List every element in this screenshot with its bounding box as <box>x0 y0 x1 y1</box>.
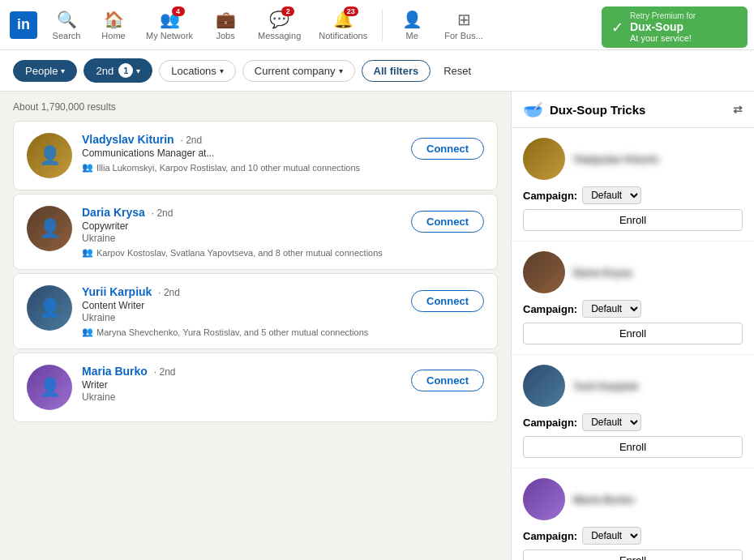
dux-campaign-label-1: Campaign: <box>523 190 577 202</box>
current-company-filter-button[interactable]: Current company ▾ <box>242 60 355 82</box>
dux-person-name-3: Yurii Karpiuk <box>573 380 638 392</box>
nav-for-business[interactable]: ⊞ For Bus... <box>436 5 491 45</box>
duxsoup-line1: Retry Premium for <box>630 11 696 20</box>
linkedin-logo[interactable]: in <box>10 11 37 39</box>
person-info-1: Vladyslav Kiturin · 2nd Communications M… <box>82 133 401 173</box>
all-filters-button[interactable]: All filters <box>362 60 431 82</box>
list-item: Maria Burko Campaign: Default Enroll <box>512 468 754 560</box>
avatar: 👤 <box>27 365 72 410</box>
nav-search[interactable]: 🔍 Search <box>44 5 89 45</box>
person-name-1[interactable]: Vladyslav Kiturin · 2nd <box>82 133 401 146</box>
table-row: 👤 Daria Krysa · 2nd Copywriter Ukraine 👥… <box>13 194 498 270</box>
nav-notifications-label: Notifications <box>319 31 367 41</box>
messaging-icon: 💬 2 <box>269 10 289 29</box>
connect-button-1[interactable]: Connect <box>411 138 484 160</box>
person-title-3: Content Writer <box>82 300 401 311</box>
locations-filter-button[interactable]: Locations ▾ <box>159 60 236 82</box>
jobs-icon: 💼 <box>216 10 236 29</box>
nav-network-label: My Network <box>146 31 193 41</box>
results-list: 👤 Vladyslav Kiturin · 2nd Communications… <box>13 121 498 422</box>
person-degree-2: · 2nd <box>152 207 174 219</box>
nav-me[interactable]: 👤 Me <box>389 5 435 45</box>
mutual-text-2: Karpov Kostoslav, Svatlana Yapovtseva, a… <box>96 248 383 258</box>
person-mutual-2: 👥 Karpov Kostoslav, Svatlana Yapovtseva,… <box>82 247 401 258</box>
dux-campaign-row-3: Campaign: Default <box>523 413 743 431</box>
dux-person-row-4: Maria Burko <box>523 478 743 520</box>
dux-person-name-1: Vladyslav Kiturin <box>573 153 658 165</box>
avatar-face-1: 👤 <box>27 133 72 178</box>
dux-enroll-button-1[interactable]: Enroll <box>523 209 743 231</box>
dux-enroll-button-4[interactable]: Enroll <box>523 549 743 560</box>
reset-button[interactable]: Reset <box>437 61 478 81</box>
nav-messaging[interactable]: 💬 2 Messaging <box>250 5 309 45</box>
dux-campaign-label-2: Campaign: <box>523 303 577 315</box>
person-title-2: Copywriter <box>82 220 401 232</box>
me-icon: 👤 <box>402 10 422 29</box>
duxsoup-header-left: 🥣 Dux-Soup Tricks <box>523 100 645 119</box>
dux-campaign-label-3: Campaign: <box>523 417 577 429</box>
person-name-2[interactable]: Daria Krysa · 2nd <box>82 206 401 219</box>
list-item: Daria Krysa Campaign: Default Enroll <box>512 242 754 355</box>
table-row: 👤 Vladyslav Kiturin · 2nd Communications… <box>13 121 498 190</box>
person-location-3: Ukraine <box>82 312 401 323</box>
dux-campaign-row-4: Campaign: Default <box>523 527 743 545</box>
nav-home[interactable]: 🏠 Home <box>91 5 136 45</box>
person-degree-4: · 2nd <box>154 366 176 378</box>
person-name-text-2: Daria Krysa <box>82 206 145 219</box>
messaging-badge: 2 <box>281 6 294 16</box>
avatar: 👤 <box>27 206 72 251</box>
current-company-chevron-icon: ▾ <box>339 66 343 75</box>
nav-network[interactable]: 👥 4 My Network <box>138 5 201 45</box>
dux-avatar-4 <box>523 478 565 520</box>
person-name-4[interactable]: Maria Burko · 2nd <box>82 365 401 378</box>
people-chevron-icon: ▾ <box>61 66 65 75</box>
nav-for-business-label: For Bus... <box>444 31 483 41</box>
current-company-label: Current company <box>255 65 336 77</box>
connect-button-4[interactable]: Connect <box>411 370 484 391</box>
avatar-face-3: 👤 <box>27 285 72 331</box>
table-row: 👤 Yurii Karpiuk · 2nd Content Writer Ukr… <box>13 273 498 349</box>
nav-messaging-label: Messaging <box>258 31 301 41</box>
duxsoup-panel-header: 🥣 Dux-Soup Tricks ⇄ <box>512 92 754 128</box>
mutual-text-1: Illia Lukomskyi, Karpov Rostislav, and 1… <box>96 163 360 173</box>
person-name-text-3: Yurii Karpiuk <box>82 285 152 298</box>
person-name-text-4: Maria Burko <box>82 365 148 378</box>
dux-person-row-3: Yurii Karpiuk <box>523 365 743 407</box>
mutual-icon-2: 👥 <box>82 247 93 258</box>
connect-button-2[interactable]: Connect <box>411 211 484 233</box>
duxsoup-arrows-icon[interactable]: ⇄ <box>733 103 743 116</box>
dux-campaign-row-1: Campaign: Default <box>523 186 743 204</box>
duxsoup-bowl-icon: 🥣 <box>523 100 543 119</box>
person-name-text-1: Vladyslav Kiturin <box>82 133 174 146</box>
duxsoup-notification[interactable]: ✓ Retry Premium for Dux-Soup At your ser… <box>602 6 748 48</box>
second-degree-filter-button[interactable]: 2nd 1 ▾ <box>84 58 152 83</box>
person-title-1: Communications Manager at... <box>82 147 401 159</box>
second-chevron-icon: ▾ <box>136 66 140 75</box>
duxsoup-panel: 🥣 Dux-Soup Tricks ⇄ Vladyslav Kiturin Ca… <box>511 92 754 560</box>
main-content: About 1,790,000 results 👤 Vladyslav Kitu… <box>0 92 754 560</box>
dux-campaign-select-3[interactable]: Default <box>582 413 641 431</box>
locations-filter-label: Locations <box>171 65 216 77</box>
home-icon: 🏠 <box>104 10 124 29</box>
avatar-face-2: 👤 <box>27 206 72 251</box>
dux-person-name-4: Maria Burko <box>573 494 634 506</box>
duxsoup-check-icon: ✓ <box>611 19 623 36</box>
second-degree-label: 2nd <box>96 65 114 77</box>
dux-enroll-button-2[interactable]: Enroll <box>523 323 743 344</box>
dux-campaign-select-4[interactable]: Default <box>582 527 641 545</box>
notifications-icon: 🔔 23 <box>333 10 353 29</box>
nav-home-label: Home <box>101 31 125 41</box>
dux-campaign-row-2: Campaign: Default <box>523 300 743 318</box>
connect-button-3[interactable]: Connect <box>411 290 484 312</box>
nav-notifications[interactable]: 🔔 23 Notifications <box>311 5 375 45</box>
dux-enroll-button-3[interactable]: Enroll <box>523 436 743 458</box>
nav-me-label: Me <box>406 31 418 41</box>
person-name-3[interactable]: Yurii Karpiuk · 2nd <box>82 285 401 298</box>
second-degree-badge: 1 <box>118 63 133 78</box>
people-filter-button[interactable]: People ▾ <box>13 60 77 82</box>
dux-person-row-1: Vladyslav Kiturin <box>523 138 743 180</box>
nav-jobs[interactable]: 💼 Jobs <box>203 5 248 45</box>
filter-bar: People ▾ 2nd 1 ▾ Locations ▾ Current com… <box>0 50 754 92</box>
dux-campaign-select-2[interactable]: Default <box>582 300 641 318</box>
dux-campaign-select-1[interactable]: Default <box>582 186 641 204</box>
